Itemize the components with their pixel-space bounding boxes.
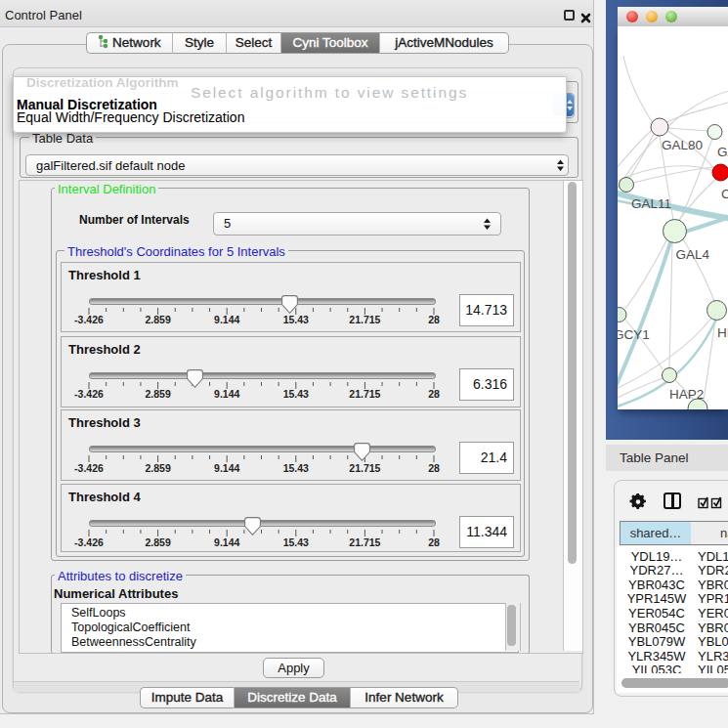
svg-text:GAL80: GAL80 xyxy=(662,138,703,152)
svg-text:HI: HI xyxy=(717,325,728,340)
svg-text:HAP2: HAP2 xyxy=(669,387,704,402)
svg-text:GAL11: GAL11 xyxy=(631,196,671,211)
svg-text:GA: GA xyxy=(717,145,728,159)
svg-text:GAL4: GAL4 xyxy=(676,247,710,262)
svg-text:GCY1: GCY1 xyxy=(618,327,650,342)
svg-text:C: C xyxy=(721,187,728,201)
